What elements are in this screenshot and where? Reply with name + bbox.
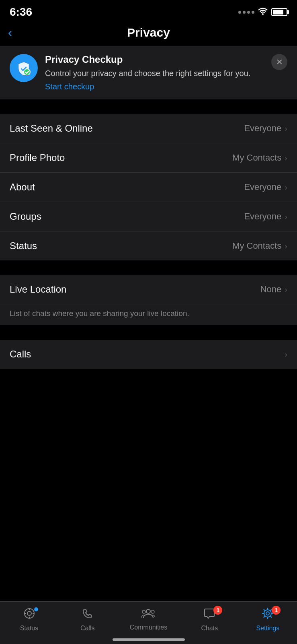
status-label: Status [10, 240, 37, 252]
calls-tab-icon [82, 607, 94, 622]
groups-row[interactable]: Groups Everyone › [0, 202, 297, 231]
battery-icon [271, 8, 287, 16]
home-indicator [113, 638, 185, 641]
svg-point-11 [264, 610, 271, 617]
tab-communities-label: Communities [130, 624, 167, 631]
status-dot [34, 607, 38, 611]
svg-point-7 [146, 609, 150, 613]
privacy-checkup-card: Privacy Checkup Control your privacy and… [0, 46, 297, 99]
svg-point-10 [266, 612, 269, 615]
svg-point-0 [24, 69, 30, 75]
live-location-row[interactable]: Live Location None › [0, 275, 297, 304]
checkup-close-button[interactable]: ✕ [271, 54, 287, 70]
nav-bar: ‹ Privacy [0, 22, 297, 46]
live-location-value: None [260, 284, 282, 295]
chevron-icon: › [285, 153, 287, 163]
status-value: My Contacts [232, 241, 281, 251]
svg-point-8 [142, 610, 145, 613]
chevron-icon: › [285, 285, 287, 294]
last-seen-label: Last Seen & Online [10, 123, 93, 134]
tab-settings[interactable]: 1 Settings [252, 607, 284, 632]
about-right: Everyone › [244, 182, 287, 192]
tab-bar: Status Calls Communities 1 [0, 601, 297, 644]
checkup-icon [10, 54, 38, 82]
calls-right: › [285, 350, 287, 359]
page-title: Privacy [127, 26, 170, 39]
calls-row[interactable]: Calls › [0, 340, 297, 369]
live-location-label: Live Location [10, 284, 66, 295]
calls-label: Calls [10, 349, 31, 360]
last-seen-value: Everyone [244, 123, 281, 134]
tab-chats[interactable]: 1 Chats [193, 607, 225, 632]
back-button[interactable]: ‹ [8, 26, 12, 39]
tab-status-label: Status [20, 625, 38, 632]
start-checkup-link[interactable]: Start checkup [45, 82, 94, 91]
svg-point-2 [27, 611, 31, 615]
live-location-description: List of chats where you are sharing your… [0, 304, 297, 325]
status-time: 6:36 [10, 6, 32, 19]
wifi-icon [258, 7, 268, 17]
section-gap-1 [0, 99, 297, 114]
last-seen-row[interactable]: Last Seen & Online Everyone › [0, 114, 297, 143]
section-gap-2 [0, 260, 297, 275]
tab-calls[interactable]: Calls [72, 607, 104, 632]
tab-chats-label: Chats [201, 625, 218, 632]
checkup-title: Privacy Checkup [45, 54, 264, 65]
location-section: Live Location None › List of chats where… [0, 275, 297, 325]
settings-badge: 1 [272, 606, 281, 615]
status-row[interactable]: Status My Contacts › [0, 231, 297, 260]
chevron-icon: › [285, 212, 287, 221]
calls-section: Calls › [0, 340, 297, 369]
chats-badge: 1 [213, 606, 222, 615]
live-location-right: None › [260, 284, 287, 295]
about-label: About [10, 182, 35, 193]
tab-calls-label: Calls [80, 625, 95, 632]
chevron-icon: › [285, 124, 287, 133]
checkup-description: Control your privacy and choose the righ… [45, 68, 264, 79]
profile-photo-row[interactable]: Profile Photo My Contacts › [0, 143, 297, 173]
chevron-icon: › [285, 242, 287, 251]
profile-photo-right: My Contacts › [232, 153, 287, 163]
signal-dots-icon [238, 11, 254, 14]
last-seen-right: Everyone › [244, 123, 287, 134]
privacy-settings-section: Last Seen & Online Everyone › Profile Ph… [0, 114, 297, 260]
status-right: My Contacts › [232, 241, 287, 251]
about-value: Everyone [244, 182, 281, 192]
profile-photo-label: Profile Photo [10, 152, 65, 163]
tab-communities[interactable]: Communities [130, 607, 167, 632]
chevron-icon: › [285, 183, 287, 192]
tab-settings-label: Settings [256, 625, 280, 632]
svg-point-9 [151, 610, 154, 613]
status-bar: 6:36 [0, 0, 297, 22]
section-gap-3 [0, 325, 297, 340]
groups-value: Everyone [244, 211, 281, 222]
tab-status[interactable]: Status [13, 607, 45, 632]
status-tab-icon [23, 607, 35, 622]
about-row[interactable]: About Everyone › [0, 173, 297, 202]
groups-right: Everyone › [244, 211, 287, 222]
groups-label: Groups [10, 211, 41, 222]
chevron-icon: › [285, 350, 287, 359]
profile-photo-value: My Contacts [232, 153, 281, 163]
checkup-text: Privacy Checkup Control your privacy and… [45, 54, 264, 91]
communities-tab-icon [141, 607, 155, 621]
status-icons [238, 7, 287, 17]
